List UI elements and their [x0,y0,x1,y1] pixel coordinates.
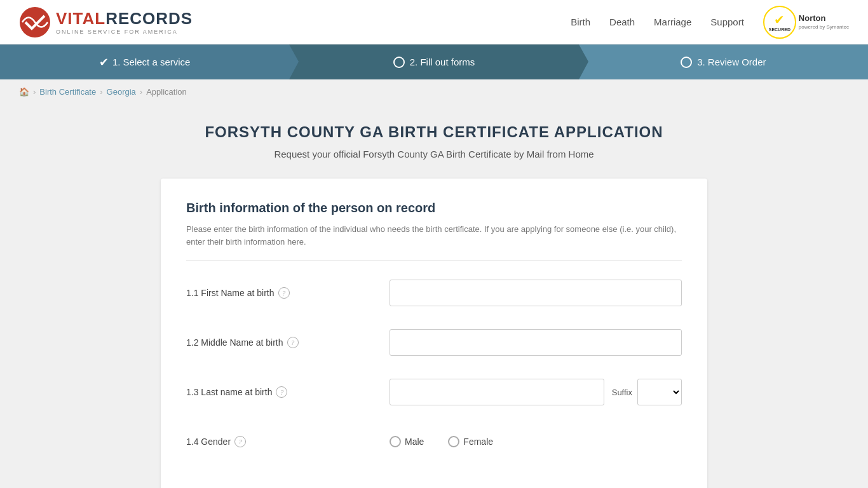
field-last-name-label: 1.3 Last name at birth ? [186,386,390,398]
gender-female-option[interactable]: Female [448,436,493,447]
form-section-title: Birth information of the person on recor… [186,201,682,215]
step3-label: 3. Review Order [697,57,766,67]
form-section-desc: Please enter the birth information of th… [186,223,682,248]
field-gender-row: 1.4 Gender ? Male Female [186,426,682,458]
gender-male-radio[interactable] [390,436,401,447]
breadcrumb: 🏠 › Birth Certificate › Georgia › Applic… [0,79,868,104]
breadcrumb-home[interactable]: 🏠 [19,87,29,97]
nav-support[interactable]: Support [710,17,744,27]
nav-marriage[interactable]: Marriage [654,17,691,27]
step-1: ✔ 1. Select a service [0,44,289,79]
suffix-label: Suffix [612,388,632,397]
form-divider [186,261,682,261]
steps-bar: ✔ 1. Select a service 2. Fill out forms … [0,44,868,79]
first-name-input[interactable] [390,280,682,306]
nav-death[interactable]: Death [609,17,635,27]
step1-label: 1. Select a service [112,57,191,67]
first-name-help-icon[interactable]: ? [278,287,290,299]
header: VITAL RECORDS ONLINE SERVICE FOR AMERICA… [0,0,868,44]
step3-circle-icon [681,57,692,68]
norton-badge: ✔ SECURED Norton powered by Symantec [763,6,849,39]
step1-check-icon: ✔ [99,55,109,69]
logo-icon [19,6,51,38]
nav-links: Birth Death Marriage Support ✔ SECURED N… [571,6,849,39]
gender-help-icon[interactable]: ? [234,436,246,447]
step2-label: 2. Fill out forms [410,57,475,67]
step-2: 2. Fill out forms [289,44,578,79]
page-title: FORSYTH COUNTY GA BIRTH CERTIFICATE APPL… [161,123,707,141]
field-middle-name-input-area [390,329,682,356]
logo-vital: VITAL [56,9,105,29]
field-middle-name-row: 1.2 Middle Name at birth ? [186,327,682,358]
field-first-name-row: 1.1 First Name at birth ? [186,277,682,309]
page-subtitle: Request your official Forsyth County GA … [161,149,707,159]
field-gender-label: 1.4 Gender ? [186,436,390,447]
logo-text: VITAL RECORDS ONLINE SERVICE FOR AMERICA [56,9,193,35]
middle-name-input[interactable] [390,329,682,356]
field-middle-name-label: 1.2 Middle Name at birth ? [186,337,390,348]
gender-female-label: Female [463,437,493,447]
last-name-input[interactable] [390,379,604,405]
field-last-name-row: 1.3 Last name at birth ? Suffix Jr. Sr. … [186,376,682,408]
gender-female-radio[interactable] [448,436,459,447]
field-gender-input-area: Male Female [390,436,682,447]
gender-male-label: Male [405,437,424,447]
suffix-select[interactable]: Jr. Sr. II III IV [637,379,682,405]
breadcrumb-birth-certificate[interactable]: Birth Certificate [39,87,96,97]
form-card: Birth information of the person on recor… [161,179,707,488]
breadcrumb-state[interactable]: Georgia [107,87,136,97]
logo-records: RECORDS [105,9,193,29]
field-last-name-input-area: Suffix Jr. Sr. II III IV [390,379,682,405]
field-first-name-label: 1.1 First Name at birth ? [186,287,390,299]
logo-tagline: ONLINE SERVICE FOR AMERICA [56,29,193,35]
step2-circle-icon [393,57,405,68]
gender-male-option[interactable]: Male [390,436,424,447]
logo: VITAL RECORDS ONLINE SERVICE FOR AMERICA [19,6,193,38]
nav-birth[interactable]: Birth [571,17,590,27]
field-first-name-input-area [390,280,682,306]
main-content: FORSYTH COUNTY GA BIRTH CERTIFICATE APPL… [148,123,720,488]
step-3: 3. Review Order [579,44,868,79]
breadcrumb-current: Application [146,87,187,97]
last-name-help-icon[interactable]: ? [276,386,287,398]
middle-name-help-icon[interactable]: ? [287,337,299,348]
